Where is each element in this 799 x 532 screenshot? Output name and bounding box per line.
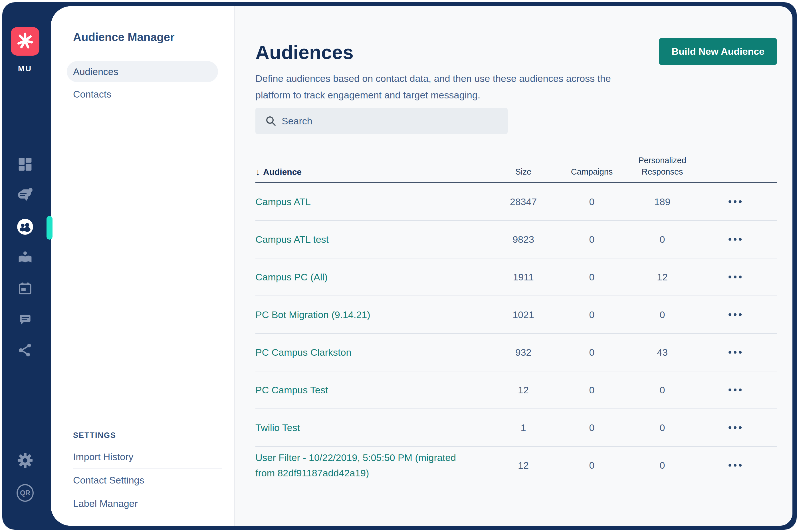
column-header-size[interactable]: Size	[495, 166, 552, 177]
row-menu-button[interactable]	[693, 344, 777, 361]
table-row: Twilio Test100	[255, 409, 777, 447]
row-menu-button[interactable]	[693, 231, 777, 248]
active-nav-indicator	[47, 216, 53, 240]
dashboard-icon	[17, 156, 33, 173]
brand-initials: MU	[2, 64, 48, 73]
ellipsis-icon	[728, 200, 731, 203]
table-row: PC Campus Test1200	[255, 372, 777, 409]
audience-name-link[interactable]: User Filter - 10/22/2019, 5:05:50 PM (mi…	[255, 450, 472, 481]
library-book-icon	[17, 250, 33, 267]
row-menu-button[interactable]	[693, 193, 777, 210]
table-header-row: ↓ Audience Size Campaigns Personalized R…	[255, 151, 777, 183]
sidebar-item-library[interactable]	[17, 250, 34, 267]
audience-size-value: 28347	[495, 196, 552, 207]
content-card: Audience Manager Audiences Contacts SETT…	[51, 6, 793, 526]
table-row: PC Campus Clarkston932043	[255, 334, 777, 372]
app-window: MU	[2, 2, 797, 530]
ellipsis-icon	[728, 464, 731, 467]
asterisk-icon	[14, 30, 36, 53]
audience-size-value: 1911	[495, 271, 552, 283]
audience-responses-value: 0	[632, 384, 693, 396]
row-menu-button[interactable]	[693, 419, 777, 436]
table-row: User Filter - 10/22/2019, 5:05:50 PM (mi…	[255, 447, 777, 484]
audience-name-link[interactable]: Campus ATL	[255, 194, 472, 209]
ellipsis-icon	[733, 276, 737, 279]
sidebar-item-settings[interactable]	[17, 452, 34, 470]
table-row: PC Bot Migration (9.14.21)102100	[255, 296, 777, 334]
row-menu-button[interactable]	[693, 457, 777, 474]
sidebar-item-audiences[interactable]	[17, 219, 34, 236]
column-header-audience-label: Audience	[263, 167, 302, 177]
audience-size-value: 1021	[495, 309, 552, 320]
ellipsis-icon	[739, 276, 742, 279]
settings-section: SETTINGS Import History Contact Settings…	[73, 431, 222, 511]
ellipsis-icon	[728, 388, 731, 392]
audience-campaigns-value: 0	[552, 271, 632, 283]
page-description: Define audiences based on contact data, …	[255, 70, 626, 103]
audience-campaigns-value: 0	[552, 384, 632, 396]
column-header-campaigns[interactable]: Campaigns	[552, 166, 632, 177]
sidebar-item-dashboard[interactable]	[17, 156, 34, 173]
sidebar-item-calendar[interactable]	[17, 281, 34, 298]
audience-name-link[interactable]: PC Campus Clarkston	[255, 345, 472, 360]
settings-item-label-manager[interactable]: Label Manager	[73, 492, 222, 511]
ellipsis-icon	[728, 238, 731, 241]
ellipsis-icon	[728, 313, 731, 316]
ellipsis-icon	[733, 464, 737, 467]
messages-icon	[17, 311, 33, 329]
settings-gear-icon	[17, 452, 33, 470]
column-header-personalized-responses[interactable]: Personalized Responses	[632, 155, 693, 177]
audience-size-value: 12	[495, 460, 552, 471]
ellipsis-icon	[733, 238, 737, 241]
calendar-icon	[17, 281, 33, 298]
audience-size-value: 12	[495, 384, 552, 396]
audience-responses-value: 0	[632, 422, 693, 433]
ellipsis-icon	[739, 351, 742, 354]
audience-size-value: 1	[495, 422, 552, 433]
audience-campaigns-value: 0	[552, 234, 632, 245]
table-row: Campus ATL283470189	[255, 183, 777, 221]
settings-item-import-history[interactable]: Import History	[73, 445, 222, 469]
audience-name-link[interactable]: PC Campus Test	[255, 382, 472, 398]
row-menu-button[interactable]	[693, 381, 777, 399]
column-header-audience[interactable]: ↓ Audience	[255, 166, 495, 177]
ellipsis-icon	[733, 313, 737, 316]
ellipsis-icon	[739, 238, 742, 241]
nav-panel-title: Audience Manager	[73, 31, 175, 44]
ellipsis-icon	[739, 388, 742, 392]
row-menu-button[interactable]	[693, 306, 777, 323]
ellipsis-icon	[728, 351, 731, 354]
ellipsis-icon	[733, 351, 737, 354]
search-icon	[265, 115, 277, 127]
settings-item-contact-settings[interactable]: Contact Settings	[73, 469, 222, 492]
audiences-table-body: Campus ATL283470189Campus ATL test982300…	[255, 183, 777, 484]
row-menu-button[interactable]	[693, 268, 777, 286]
brand-logo[interactable]	[11, 27, 39, 56]
ellipsis-icon	[733, 426, 737, 429]
audience-responses-value: 189	[632, 196, 693, 207]
audience-name-link[interactable]: Campus PC (All)	[255, 269, 472, 285]
search-input[interactable]	[282, 108, 508, 134]
audience-campaigns-value: 0	[552, 422, 632, 433]
conversations-icon	[17, 187, 34, 205]
sidebar-item-conversations[interactable]	[17, 187, 34, 204]
nav-item-contacts[interactable]: Contacts	[73, 88, 111, 100]
audience-name-link[interactable]: Twilio Test	[255, 420, 472, 435]
audience-responses-value: 0	[632, 309, 693, 320]
audience-campaigns-value: 0	[552, 460, 632, 471]
nav-item-audiences[interactable]: Audiences	[67, 61, 218, 82]
search-box[interactable]	[255, 108, 508, 134]
ellipsis-icon	[739, 426, 742, 429]
left-rail: MU	[2, 2, 51, 530]
build-new-audience-button[interactable]: Build New Audience	[659, 38, 777, 65]
audience-campaigns-value: 0	[552, 309, 632, 320]
audience-name-link[interactable]: Campus ATL test	[255, 232, 472, 247]
audiences-people-icon	[16, 218, 34, 237]
ellipsis-icon	[733, 388, 737, 392]
nav-item-contacts-label: Contacts	[73, 89, 111, 99]
audience-name-link[interactable]: PC Bot Migration (9.14.21)	[255, 307, 472, 322]
sidebar-item-share[interactable]	[17, 342, 34, 359]
sidebar-item-qr[interactable]: QR	[17, 484, 34, 501]
sidebar-item-messages[interactable]	[17, 311, 34, 329]
table-row: Campus ATL test982300	[255, 221, 777, 259]
